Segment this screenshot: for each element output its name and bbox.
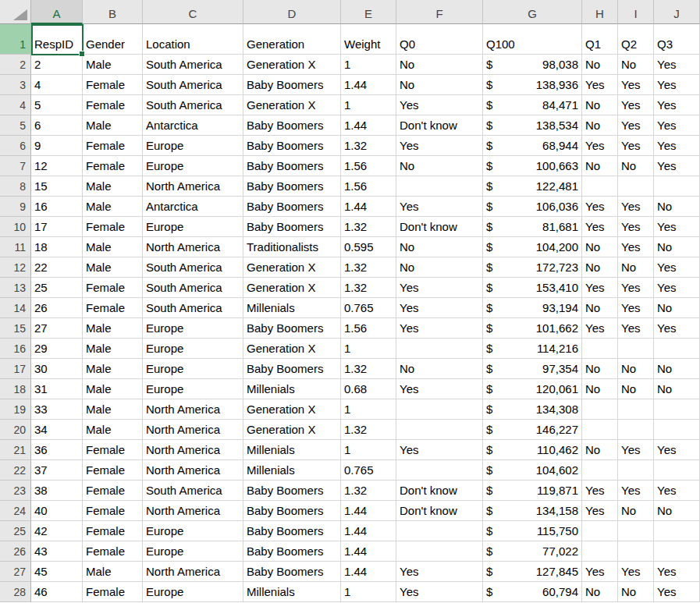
row-header-3[interactable]: 3 <box>0 75 31 95</box>
cell-j20[interactable] <box>654 420 700 440</box>
cell-j12[interactable]: Yes <box>654 257 700 278</box>
cell-j13[interactable]: Yes <box>654 278 700 298</box>
cell-e13[interactable]: 1.32 <box>341 278 396 298</box>
column-header-f[interactable]: F <box>396 0 483 24</box>
cell-f1[interactable]: Q0 <box>396 24 483 55</box>
cell-e7[interactable]: 1.56 <box>341 156 396 176</box>
cell-a8[interactable]: 15 <box>31 176 83 197</box>
cell-i21[interactable]: Yes <box>618 440 654 460</box>
cell-f3[interactable]: No <box>396 75 483 95</box>
row-header-17[interactable]: 17 <box>0 359 31 379</box>
cell-h18[interactable]: No <box>582 379 618 399</box>
cell-i4[interactable]: Yes <box>618 95 654 115</box>
cell-a20[interactable]: 34 <box>31 420 83 440</box>
row-header-19[interactable]: 19 <box>0 399 31 420</box>
cell-b25[interactable]: Female <box>83 521 143 541</box>
cell-c22[interactable]: North America <box>143 460 243 481</box>
cell-d9[interactable]: Baby Boomers <box>243 197 341 217</box>
cell-i15[interactable]: Yes <box>618 318 654 339</box>
cell-h21[interactable]: No <box>582 440 618 460</box>
cell-e5[interactable]: 1.44 <box>341 115 396 136</box>
cell-g27[interactable]: $127,845 <box>483 562 582 582</box>
cell-c14[interactable]: South America <box>143 298 243 318</box>
cell-c26[interactable]: Europe <box>143 541 243 562</box>
cell-f26[interactable] <box>396 541 483 562</box>
cell-c2[interactable]: South America <box>143 55 243 75</box>
select-all-corner[interactable] <box>0 0 31 24</box>
cell-e22[interactable]: 0.765 <box>341 460 396 481</box>
cell-d20[interactable]: Generation X <box>243 420 341 440</box>
row-header-9[interactable]: 9 <box>0 197 31 217</box>
cell-j24[interactable]: No <box>654 501 700 521</box>
cell-f4[interactable]: Yes <box>396 95 483 115</box>
cell-h17[interactable]: No <box>582 359 618 379</box>
cell-h3[interactable]: Yes <box>582 75 618 95</box>
cell-c13[interactable]: South America <box>143 278 243 298</box>
cell-c18[interactable]: Europe <box>143 379 243 399</box>
cell-h12[interactable]: No <box>582 257 618 278</box>
cell-j19[interactable] <box>654 399 700 420</box>
cell-g23[interactable]: $119,871 <box>483 481 582 501</box>
cell-b5[interactable]: Male <box>83 115 143 136</box>
cell-b12[interactable]: Male <box>83 257 143 278</box>
cell-h2[interactable]: No <box>582 55 618 75</box>
cell-c21[interactable]: North America <box>143 440 243 460</box>
cell-b26[interactable]: Female <box>83 541 143 562</box>
cell-i8[interactable] <box>618 176 654 197</box>
cell-b17[interactable]: Male <box>83 359 143 379</box>
cell-e16[interactable]: 1 <box>341 339 396 359</box>
cell-f9[interactable]: Yes <box>396 197 483 217</box>
row-header-1[interactable]: 1 <box>0 24 31 55</box>
cell-d25[interactable]: Baby Boomers <box>243 521 341 541</box>
row-header-8[interactable]: 8 <box>0 176 31 197</box>
cell-b19[interactable]: Male <box>83 399 143 420</box>
cell-h22[interactable] <box>582 460 618 481</box>
cell-c12[interactable]: South America <box>143 257 243 278</box>
cell-a13[interactable]: 25 <box>31 278 83 298</box>
cell-d12[interactable]: Generation X <box>243 257 341 278</box>
cell-f24[interactable]: Don't know <box>396 501 483 521</box>
cell-e3[interactable]: 1.44 <box>341 75 396 95</box>
cell-b16[interactable]: Male <box>83 339 143 359</box>
cell-h5[interactable]: No <box>582 115 618 136</box>
cell-e26[interactable]: 1.44 <box>341 541 396 562</box>
cell-d13[interactable]: Generation X <box>243 278 341 298</box>
row-header-22[interactable]: 22 <box>0 460 31 481</box>
cell-g18[interactable]: $120,061 <box>483 379 582 399</box>
cell-b15[interactable]: Male <box>83 318 143 339</box>
cell-f18[interactable]: Yes <box>396 379 483 399</box>
cell-h1[interactable]: Q1 <box>582 24 618 55</box>
cell-j18[interactable]: No <box>654 379 700 399</box>
cell-b21[interactable]: Female <box>83 440 143 460</box>
cell-e10[interactable]: 1.32 <box>341 217 396 237</box>
cell-e28[interactable]: 1 <box>341 582 396 602</box>
row-header-20[interactable]: 20 <box>0 420 31 440</box>
cell-c1[interactable]: Location <box>143 24 243 55</box>
cell-i24[interactable]: No <box>618 501 654 521</box>
cell-f17[interactable]: No <box>396 359 483 379</box>
cell-a24[interactable]: 40 <box>31 501 83 521</box>
cell-b28[interactable]: Female <box>83 582 143 602</box>
cell-b7[interactable]: Female <box>83 156 143 176</box>
cell-a23[interactable]: 38 <box>31 481 83 501</box>
row-header-7[interactable]: 7 <box>0 156 31 176</box>
cell-i28[interactable]: No <box>618 582 654 602</box>
cell-a12[interactable]: 22 <box>31 257 83 278</box>
cell-f13[interactable]: Yes <box>396 278 483 298</box>
row-header-5[interactable]: 5 <box>0 115 31 136</box>
column-header-b[interactable]: B <box>83 0 143 24</box>
cell-h26[interactable] <box>582 541 618 562</box>
cell-g19[interactable]: $134,308 <box>483 399 582 420</box>
cell-a16[interactable]: 29 <box>31 339 83 359</box>
cell-g22[interactable]: $104,602 <box>483 460 582 481</box>
cell-j28[interactable]: Yes <box>654 582 700 602</box>
cell-i26[interactable] <box>618 541 654 562</box>
cell-i11[interactable]: Yes <box>618 237 654 257</box>
cell-d2[interactable]: Generation X <box>243 55 341 75</box>
cell-g2[interactable]: $98,038 <box>483 55 582 75</box>
cell-f12[interactable]: No <box>396 257 483 278</box>
column-header-h[interactable]: H <box>582 0 618 24</box>
cell-f25[interactable] <box>396 521 483 541</box>
cell-g9[interactable]: $106,036 <box>483 197 582 217</box>
row-header-21[interactable]: 21 <box>0 440 31 460</box>
